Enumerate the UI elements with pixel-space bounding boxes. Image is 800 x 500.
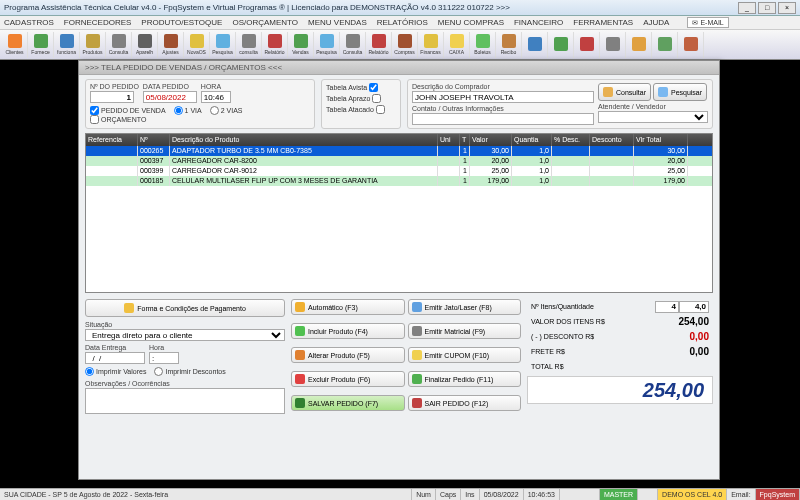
toolbar-CAIXA[interactable]: CAIXA bbox=[444, 32, 470, 58]
order-time-input[interactable] bbox=[201, 91, 231, 103]
toolbar-item21[interactable] bbox=[548, 32, 574, 58]
toolbar-Aparelh[interactable]: Aparelh bbox=[132, 32, 158, 58]
vias1-radio[interactable]: 1 VIA bbox=[174, 106, 202, 115]
imprimir-valores-radio[interactable]: Imprimir Valores bbox=[85, 367, 146, 376]
toolbar-item25[interactable] bbox=[652, 32, 678, 58]
products-grid[interactable]: ReferenciaNºDescrição do ProdutoUniTValo… bbox=[85, 133, 713, 293]
toolbar-Relatório[interactable]: Relatório bbox=[262, 32, 288, 58]
buyer-contact-input[interactable] bbox=[412, 113, 594, 125]
email-button[interactable]: ✉E-MAIL bbox=[687, 17, 728, 28]
menu-compras[interactable]: MENU COMPRAS bbox=[438, 18, 504, 27]
grid-header[interactable]: Valor bbox=[470, 134, 512, 146]
atendente-select[interactable] bbox=[598, 111, 708, 123]
salvar-pedido-button[interactable]: SALVAR PEDIDO (F7) bbox=[291, 395, 405, 411]
grid-header[interactable]: Nº bbox=[138, 134, 170, 146]
incluir-produto-button[interactable]: Incluir Produto (F4) bbox=[291, 323, 405, 339]
excluir-produto-button[interactable]: Excluir Produto (F6) bbox=[291, 371, 405, 387]
toolbar-Boletos[interactable]: Boletos bbox=[470, 32, 496, 58]
sair-pedido-button[interactable]: SAIR PEDIDO (F12) bbox=[408, 395, 522, 411]
toolbar-icon bbox=[476, 34, 490, 48]
avista-checkbox[interactable]: Tabela Avista bbox=[326, 83, 396, 92]
grid-header[interactable]: % Desc. bbox=[552, 134, 590, 146]
menu-relatorios[interactable]: RELATÓRIOS bbox=[377, 18, 428, 27]
toolbar-Consulta[interactable]: Consulta bbox=[340, 32, 366, 58]
check-icon bbox=[412, 374, 422, 384]
grid-header[interactable]: Vlr Total bbox=[634, 134, 688, 146]
toolbar-item23[interactable] bbox=[600, 32, 626, 58]
pesquisar-button[interactable]: Pesquisar bbox=[653, 83, 707, 101]
table-row[interactable]: 000397CARREGADOR CAR-8200120,001,020,00 bbox=[86, 156, 712, 166]
menu-produto[interactable]: PRODUTO/ESTOQUE bbox=[141, 18, 222, 27]
grid-header[interactable]: Desconto bbox=[590, 134, 634, 146]
hora-entrega-input[interactable] bbox=[149, 352, 179, 364]
aprazo-checkbox[interactable]: Tabela Aprazo bbox=[326, 94, 396, 103]
menu-fornecedores[interactable]: FORNECEDORES bbox=[64, 18, 132, 27]
grid-header[interactable]: Descrição do Produto bbox=[170, 134, 438, 146]
toolbar-item22[interactable] bbox=[574, 32, 600, 58]
emitir-jato-button[interactable]: Emitir Jato/Laser (F8) bbox=[408, 299, 522, 315]
grid-header[interactable]: Uni bbox=[438, 134, 460, 146]
close-button[interactable]: × bbox=[778, 2, 796, 14]
toolbar-NovaOS[interactable]: NovaOS bbox=[184, 32, 210, 58]
toolbar-icon bbox=[684, 37, 698, 51]
grid-header[interactable]: Quantia bbox=[512, 134, 552, 146]
toolbar-Relatório[interactable]: Relatório bbox=[366, 32, 392, 58]
toolbar-icon bbox=[60, 34, 74, 48]
menu-financeiro[interactable]: FINANCEIRO bbox=[514, 18, 563, 27]
minimize-button[interactable]: _ bbox=[738, 2, 756, 14]
menu-ajuda[interactable]: AJUDA bbox=[643, 18, 669, 27]
toolbar-Consulta[interactable]: Consulta bbox=[106, 32, 132, 58]
venda-checkbox[interactable]: PEDIDO DE VENDA bbox=[90, 106, 166, 115]
toolbar-Compras[interactable]: Compras bbox=[392, 32, 418, 58]
toolbar-funciona[interactable]: funciona bbox=[54, 32, 80, 58]
menu-cadastros[interactable]: CADASTROS bbox=[4, 18, 54, 27]
table-row[interactable]: 000265ADAPTADOR TURBO DE 3.5 MM CB0-7385… bbox=[86, 146, 712, 156]
observacoes-textarea[interactable] bbox=[85, 388, 285, 414]
emitir-matricial-button[interactable]: Emitir Matricial (F9) bbox=[408, 323, 522, 339]
menu-vendas[interactable]: MENU VENDAS bbox=[308, 18, 367, 27]
menu-os[interactable]: OS/ORÇAMENTO bbox=[232, 18, 298, 27]
grid-header[interactable]: T bbox=[460, 134, 470, 146]
maximize-button[interactable]: □ bbox=[758, 2, 776, 14]
order-date-input[interactable] bbox=[143, 91, 197, 103]
toolbar-item20[interactable] bbox=[522, 32, 548, 58]
toolbar-Financas[interactable]: Financas bbox=[418, 32, 444, 58]
table-row[interactable]: 000399CARREGADOR CAR-9012125,001,025,00 bbox=[86, 166, 712, 176]
status-demo: DEMO OS CEL 4.0 bbox=[658, 489, 727, 500]
buyer-name-input[interactable] bbox=[412, 91, 594, 103]
toolbar-Recibo[interactable]: Recibo bbox=[496, 32, 522, 58]
payment-conditions-button[interactable]: Forma e Condições de Pagamento bbox=[85, 299, 285, 317]
toolbar-Clientes[interactable]: Clientes bbox=[2, 32, 28, 58]
exit-icon bbox=[412, 398, 422, 408]
toolbar-Ajustes[interactable]: Ajustes bbox=[158, 32, 184, 58]
toolbar-Fornece[interactable]: Fornece bbox=[28, 32, 54, 58]
toolbar-Produtos[interactable]: Produtos bbox=[80, 32, 106, 58]
sales-order-dialog: >>> TELA PEDIDO DE VENDAS / ORÇAMENTOS <… bbox=[78, 60, 720, 480]
data-entrega-input[interactable] bbox=[85, 352, 145, 364]
toolbar-consulta[interactable]: consulta bbox=[236, 32, 262, 58]
toolbar-Vendas[interactable]: Vendas bbox=[288, 32, 314, 58]
alterar-produto-button[interactable]: Alterar Produto (F5) bbox=[291, 347, 405, 363]
atacado-checkbox[interactable]: Tabela Atacado bbox=[326, 105, 396, 114]
toolbar-Pesquisa[interactable]: Pesquisa bbox=[314, 32, 340, 58]
toolbar-Pesquisa[interactable]: Pesquisa bbox=[210, 32, 236, 58]
finalizar-pedido-button[interactable]: Finalizar Pedido (F11) bbox=[408, 371, 522, 387]
main-toolbar: ClientesFornecefuncionaProdutosConsultaA… bbox=[0, 30, 800, 60]
toolbar-item26[interactable] bbox=[678, 32, 704, 58]
toolbar-icon bbox=[346, 34, 360, 48]
table-row[interactable]: 000185CELULAR MULTILASER FLIP UP COM 3 M… bbox=[86, 176, 712, 186]
toolbar-item24[interactable] bbox=[626, 32, 652, 58]
dialog-title: >>> TELA PEDIDO DE VENDAS / ORÇAMENTOS <… bbox=[79, 61, 719, 75]
orcamento-checkbox[interactable]: ORÇAMENTO bbox=[90, 115, 166, 124]
grid-header[interactable]: Referencia bbox=[86, 134, 138, 146]
plus-icon bbox=[295, 326, 305, 336]
vias2-radio[interactable]: 2 VIAS bbox=[210, 106, 243, 115]
emitir-cupom-button[interactable]: Emitir CUPOM (F10) bbox=[408, 347, 522, 363]
situacao-select[interactable]: Entrega direto para o cliente bbox=[85, 329, 285, 341]
automatico-button[interactable]: Automático (F3) bbox=[291, 299, 405, 315]
imprimir-desc-radio[interactable]: Imprimir Descontos bbox=[154, 367, 225, 376]
consultar-button[interactable]: Consultar bbox=[598, 83, 651, 101]
order-number-input[interactable] bbox=[90, 91, 134, 103]
menu-ferramentas[interactable]: FERRAMENTAS bbox=[573, 18, 633, 27]
toolbar-icon bbox=[320, 34, 334, 48]
